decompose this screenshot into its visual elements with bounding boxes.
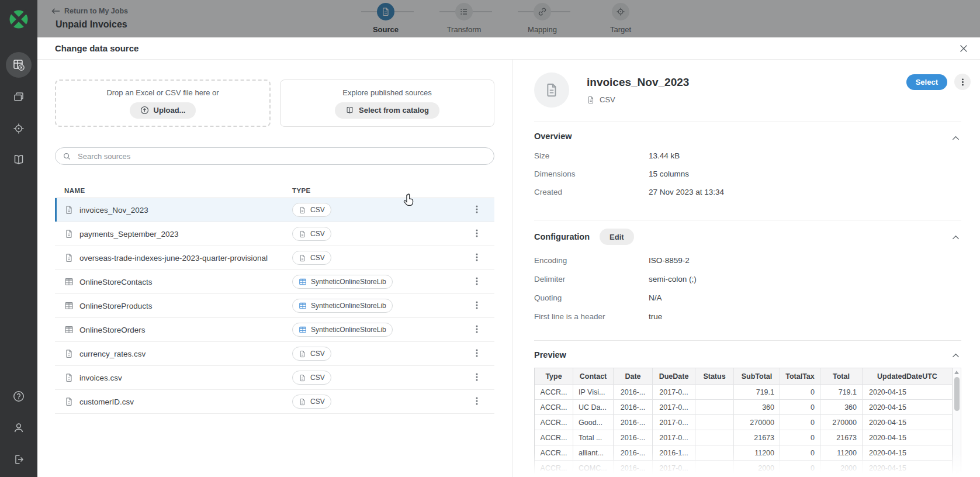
source-row[interactable]: overseas-trade-indexes-june-2023-quarter…: [55, 246, 494, 270]
chevron-up-icon[interactable]: [951, 351, 960, 360]
row-kebab-menu-icon[interactable]: [472, 348, 483, 359]
library-table-icon: [299, 302, 307, 310]
detail-label: Encoding: [534, 256, 649, 265]
file-icon: [64, 205, 74, 215]
chevron-up-icon[interactable]: [951, 134, 960, 143]
source-row[interactable]: invoices.csv CSV: [55, 366, 494, 390]
file-dropzone[interactable]: Drop an Excel or CSV file here or Upload…: [55, 80, 271, 127]
clover-logo-icon[interactable]: [8, 9, 29, 30]
preview-row: ACCR...Good...2016-...2017-0...270000027…: [535, 415, 952, 430]
source-row[interactable]: customerID.csv CSV: [55, 390, 494, 414]
row-kebab-menu-icon[interactable]: [472, 324, 483, 335]
scrollbar-thumb[interactable]: [954, 377, 960, 411]
preview-cell: Good...: [573, 415, 614, 430]
source-name: currency_rates.csv: [79, 350, 146, 358]
upload-button[interactable]: Upload...: [130, 102, 196, 119]
search-input[interactable]: [77, 151, 487, 161]
row-kebab-menu-icon[interactable]: [472, 276, 483, 287]
detail-label: First line is a header: [534, 312, 649, 321]
detail-label: Dimensions: [534, 170, 649, 178]
sidebar-item-targets[interactable]: [6, 116, 32, 141]
preview-column-header: UpdatedDateUTC: [863, 368, 952, 384]
dropzone-text: Drop an Excel or CSV file here or: [106, 88, 219, 97]
preview-cell: 2016-1...: [653, 445, 695, 460]
close-icon[interactable]: [959, 44, 968, 53]
source-row[interactable]: payments_September_2023 CSV: [55, 222, 494, 246]
row-kebab-menu-icon[interactable]: [472, 372, 483, 383]
table-icon: [64, 301, 74, 310]
row-kebab-menu-icon[interactable]: [472, 396, 483, 407]
detail-label: Size: [534, 151, 649, 160]
preview-cell: 719.1: [734, 385, 780, 399]
preview-cell: 2017-0...: [653, 385, 695, 399]
source-details-pane: invoices_Nov_2023 CSV Select Overview: [513, 60, 980, 477]
preview-scrollbar[interactable]: [953, 368, 961, 476]
preview-cell: ACCR...: [535, 385, 573, 399]
preview-cell: 2016-...: [614, 461, 653, 475]
type-badge: SyntheticOnlineStoreLib: [292, 323, 393, 337]
preview-cell: 360: [734, 400, 780, 414]
edit-button[interactable]: Edit: [600, 229, 634, 245]
detail-value: 15 columns: [649, 170, 689, 178]
configuration-title: Configuration: [534, 232, 590, 241]
preview-cell: alliant...: [573, 445, 614, 460]
detail-value: semi-colon (;): [649, 275, 697, 284]
sidebar-item-catalog[interactable]: [6, 147, 32, 172]
preview-cell: ACCR...: [535, 415, 573, 430]
source-row[interactable]: OnlineStoreOrders SyntheticOnlineStoreLi…: [55, 318, 494, 342]
sidebar-item-projects[interactable]: [6, 84, 32, 110]
detail-row: Created 27 Nov 2023 at 13:34: [534, 183, 961, 201]
row-kebab-menu-icon[interactable]: [472, 253, 483, 263]
source-row[interactable]: invoices_Nov_2023 CSV: [55, 198, 494, 222]
configuration-section: Configuration Edit Encoding ISO-8859-2 D…: [534, 220, 961, 340]
source-row[interactable]: currency_rates.csv CSV: [55, 342, 494, 366]
preview-cell: 270000: [820, 415, 863, 430]
type-badge: SyntheticOnlineStoreLib: [292, 275, 393, 289]
preview-cell: 2016-...: [614, 445, 653, 460]
modal-backdrop: [37, 0, 980, 37]
row-kebab-menu-icon[interactable]: [472, 300, 483, 311]
scroll-up-icon[interactable]: [954, 371, 959, 374]
avatar: [534, 72, 569, 108]
preview-cell: 11200: [734, 445, 780, 460]
select-from-catalog-button[interactable]: Select from catalog: [335, 102, 439, 119]
source-row[interactable]: OnlineStoreProducts SyntheticOnlineStore…: [55, 294, 494, 318]
row-kebab-menu-icon[interactable]: [472, 205, 483, 215]
csv-file-icon: [299, 254, 306, 262]
detail-value: ISO-8859-2: [649, 256, 690, 265]
catalog-text: Explore published sources: [342, 88, 431, 97]
source-name: OnlineStoreContacts: [79, 278, 153, 286]
preview-column-header: DueDate: [653, 368, 695, 384]
preview-cell: 2017-0...: [653, 400, 695, 414]
sidebar-item-data-sources[interactable]: [6, 52, 32, 78]
preview-cell: 0: [780, 430, 820, 445]
preview-cell: [695, 385, 734, 399]
column-header-type: TYPE: [292, 187, 494, 194]
preview-cell: UC Da...: [573, 400, 614, 414]
source-row[interactable]: OnlineStoreContacts SyntheticOnlineStore…: [55, 270, 494, 294]
preview-column-header: Contact: [573, 368, 614, 384]
file-icon: [64, 349, 74, 358]
sidebar-item-account[interactable]: [6, 415, 32, 441]
csv-file-icon: [299, 350, 306, 358]
modal-title: Change data source: [55, 43, 138, 53]
row-kebab-menu-icon[interactable]: [472, 229, 483, 239]
preview-cell: ACCR...: [535, 445, 573, 460]
catalog-book-icon: [345, 106, 354, 115]
search-sources-field: [55, 147, 494, 165]
sources-table: NAME TYPE invoices_Nov_2023 CSV payments…: [55, 183, 494, 414]
source-name: invoices.csv: [79, 374, 122, 382]
select-button[interactable]: Select: [906, 74, 947, 90]
type-badge: CSV: [292, 227, 331, 241]
preview-cell: 0: [780, 400, 820, 414]
sidebar-item-logout[interactable]: [6, 447, 32, 472]
type-badge: SyntheticOnlineStoreLib: [292, 299, 393, 313]
source-format: CSV: [600, 95, 615, 104]
chevron-up-icon[interactable]: [951, 233, 960, 242]
source-name: overseas-trade-indexes-june-2023-quarter…: [79, 254, 268, 262]
more-actions-button[interactable]: [954, 74, 971, 90]
preview-cell: 2020-04-15: [863, 461, 952, 475]
sidebar-item-help[interactable]: [6, 383, 32, 409]
app-sidebar: [0, 0, 37, 477]
preview-cell: 719.1: [820, 385, 863, 399]
